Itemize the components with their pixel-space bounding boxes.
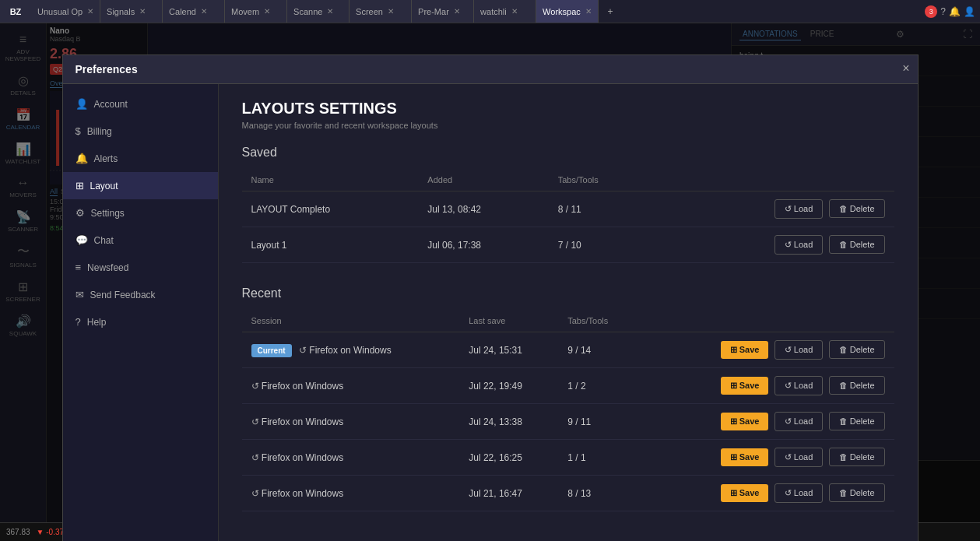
load-button[interactable]: ↺ Load: [775, 235, 824, 255]
recent-row-lastsave: Jul 24, 15:31: [459, 332, 558, 368]
browser-icon: ↺: [299, 345, 307, 356]
recent-row-actions: ⊞ Save ↺ Load 🗑 Delete: [639, 476, 894, 511]
billing-icon: $: [76, 125, 81, 137]
user-icon[interactable]: 👤: [964, 6, 975, 17]
current-badge: Current: [251, 344, 292, 357]
delete-button[interactable]: 🗑 Delete: [829, 235, 885, 254]
pref-nav-feedback[interactable]: ✉ Send Feedback: [63, 281, 218, 308]
pref-nav-account[interactable]: 👤 Account: [63, 90, 218, 118]
tab-close-calendar[interactable]: ✕: [201, 7, 207, 16]
main-layout: ≡ ADV NEWSFEED ◎ DETAILS 📅 CALENDAR 📊 WA…: [0, 23, 980, 522]
tab-signals[interactable]: Signals ✕: [100, 0, 163, 23]
delete-button[interactable]: 🗑 Delete: [829, 448, 885, 466]
tab-close-unusual[interactable]: ✕: [87, 7, 93, 16]
saved-layout-row: Layout 1 Jul 06, 17:38 7 / 10 ↺ Load 🗑 D…: [242, 227, 894, 263]
tab-close-premarket[interactable]: ✕: [454, 7, 460, 16]
recent-section-title: Recent: [242, 286, 894, 300]
saved-layouts-table: Name Added Tabs/Tools LAYOUT Completo Ju…: [242, 169, 894, 263]
status-item: ▼ -0.37: [37, 528, 64, 536]
account-icon: 👤: [76, 98, 88, 110]
delete-button[interactable]: 🗑 Delete: [829, 412, 885, 430]
saved-row-name: LAYOUT Completo: [242, 191, 419, 227]
recent-row-session: ↺ Firefox on Windows: [242, 368, 460, 404]
tab-close-signals[interactable]: ✕: [139, 7, 146, 16]
tab-add-button[interactable]: +: [599, 0, 622, 23]
save-button[interactable]: ⊞ Save: [721, 377, 769, 395]
pref-nav-help[interactable]: ? Help: [63, 308, 218, 335]
load-button[interactable]: ↺ Load: [775, 412, 824, 431]
layout-settings-subtitle: Manage your favorite and recent workspac…: [242, 121, 894, 130]
tab-close-workspace[interactable]: ✕: [585, 7, 592, 16]
preferences-title: Preferences: [76, 63, 138, 76]
recent-row-tabs: 1 / 1: [558, 440, 639, 476]
delete-button[interactable]: 🗑 Delete: [829, 483, 885, 502]
delete-button[interactable]: 🗑 Delete: [829, 340, 885, 359]
recent-layout-row: Current ↺ Firefox on Windows Jul 24, 15:…: [242, 332, 894, 368]
save-button[interactable]: ⊞ Save: [721, 341, 769, 359]
tab-close-screener[interactable]: ✕: [388, 7, 394, 16]
tab-scanner[interactable]: Scanne ✕: [287, 0, 349, 23]
saved-row-added: Jul 13, 08:42: [418, 191, 548, 227]
load-button[interactable]: ↺ Load: [775, 376, 824, 395]
save-button[interactable]: ⊞ Save: [721, 413, 769, 430]
tab-calendar[interactable]: Calend ✕: [163, 0, 225, 23]
load-button[interactable]: ↺ Load: [775, 199, 824, 219]
browser-icon: ↺: [251, 416, 259, 427]
recent-row-session: ↺ Firefox on Windows: [242, 476, 460, 511]
pref-nav-layout[interactable]: ⊞ Layout: [63, 172, 218, 199]
recent-layout-row: ↺ Firefox on Windows Jul 24, 13:38 9 / 1…: [242, 404, 894, 440]
newsfeed-nav-icon: ≡: [76, 262, 82, 273]
recent-row-lastsave: Jul 22, 19:49: [459, 368, 558, 404]
pref-nav-settings[interactable]: ⚙ Settings: [63, 199, 218, 227]
preferences-dialog: Preferences × 👤 Account $ Billing 🔔: [62, 54, 919, 541]
recent-row-tabs: 9 / 11: [558, 404, 639, 440]
tab-close-scanner[interactable]: ✕: [327, 7, 333, 16]
load-button[interactable]: ↺ Load: [775, 483, 824, 503]
pref-nav-chat[interactable]: 💬 Chat: [63, 227, 218, 254]
load-button[interactable]: ↺ Load: [775, 448, 824, 467]
tab-movers[interactable]: Movem ✕: [225, 0, 287, 23]
recent-col-tabs: Tabs/Tools: [558, 310, 639, 332]
delete-button[interactable]: 🗑 Delete: [829, 199, 885, 218]
tab-watchlist[interactable]: watchli ✕: [474, 0, 536, 23]
saved-row-actions: ↺ Load 🗑 Delete: [655, 227, 894, 263]
load-button[interactable]: ↺ Load: [775, 340, 824, 360]
saved-col-name: Name: [242, 169, 419, 191]
recent-row-actions: ⊞ Save ↺ Load 🗑 Delete: [639, 440, 894, 476]
save-button[interactable]: ⊞ Save: [721, 448, 769, 466]
tab-close-watchlist[interactable]: ✕: [511, 7, 518, 16]
saved-row-tabs: 7 / 10: [549, 227, 655, 263]
tab-screener[interactable]: Screen ✕: [349, 0, 412, 23]
tab-unusual-op[interactable]: Unusual Op ✕: [31, 0, 100, 23]
saved-col-actions: [655, 169, 894, 191]
pref-nav-newsfeed[interactable]: ≡ Newsfeed: [63, 254, 218, 281]
tab-close-movers[interactable]: ✕: [264, 7, 270, 16]
help-nav-icon: ?: [76, 316, 81, 328]
preferences-close-button[interactable]: ×: [902, 61, 909, 76]
recent-row-session: ↺ Firefox on Windows: [242, 440, 460, 476]
settings-icon: ⚙: [76, 207, 85, 219]
pref-nav-billing[interactable]: $ Billing: [63, 118, 218, 145]
tab-bar: BZ Unusual Op ✕ Signals ✕ Calend ✕ Movem…: [0, 0, 980, 23]
recent-col-lastsave: Last save: [459, 310, 558, 332]
tab-workspace[interactable]: Workspac ✕: [536, 0, 599, 23]
notification-badge[interactable]: 3: [925, 5, 937, 18]
delete-button[interactable]: 🗑 Delete: [829, 376, 885, 395]
layout-icon: ⊞: [76, 180, 84, 191]
chat-icon: 💬: [76, 234, 88, 246]
recent-row-lastsave: Jul 21, 16:47: [459, 476, 558, 511]
save-button[interactable]: ⊞ Save: [721, 484, 769, 502]
tab-premarket[interactable]: Pre-Mar ✕: [412, 0, 474, 23]
tab-actions: 3 ? 🔔 👤: [925, 5, 980, 18]
brand-logo: BZ: [0, 0, 31, 23]
browser-icon: ↺: [251, 452, 259, 463]
bell-icon[interactable]: 🔔: [949, 6, 961, 17]
recent-col-actions: [639, 310, 894, 332]
recent-layout-row: ↺ Firefox on Windows Jul 21, 16:47 8 / 1…: [242, 476, 894, 511]
saved-layout-row: LAYOUT Completo Jul 13, 08:42 8 / 11 ↺ L…: [242, 191, 894, 227]
status-item: 367.83: [6, 528, 30, 536]
pref-nav-alerts[interactable]: 🔔 Alerts: [63, 145, 218, 172]
saved-col-added: Added: [418, 169, 548, 191]
recent-row-session: Current ↺ Firefox on Windows: [242, 332, 460, 368]
help-icon[interactable]: ?: [940, 6, 946, 17]
